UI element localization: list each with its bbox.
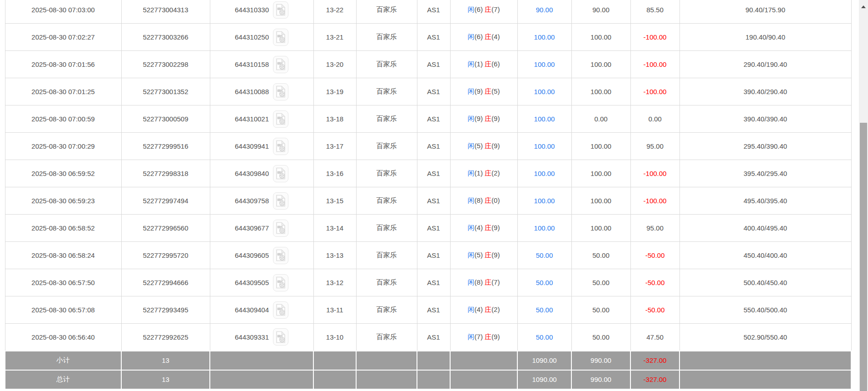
table-row: 2025-08-30 07:02:27522773003266644310250…	[5, 24, 851, 51]
cell-game-type: 百家乐	[356, 296, 417, 324]
video-playback-button[interactable]	[273, 301, 288, 319]
cell-win-loss: 0.00	[630, 105, 680, 133]
cell-game-result: 闲(1) 庄(2)	[450, 160, 517, 187]
bet-amount-link[interactable]: 100.00	[534, 33, 555, 41]
banker-result-label: 庄	[485, 60, 491, 68]
video-playback-button[interactable]	[273, 1, 288, 19]
video-playback-button[interactable]	[273, 29, 288, 46]
cell-valid-amount: 100.00	[571, 215, 630, 242]
cell-win-loss: -100.00	[630, 78, 680, 105]
bet-amount-link[interactable]: 100.00	[534, 115, 555, 123]
bet-amount-link[interactable]: 100.00	[534, 170, 555, 177]
scroll-up-arrow-icon	[861, 5, 866, 8]
bet-records-table-wrap: 2025-08-30 07:03:00522773004313644310330…	[5, 0, 851, 390]
player-result-label: 闲	[468, 142, 475, 150]
bet-amount-link[interactable]: 100.00	[534, 142, 555, 150]
cell-round-number: 644309505	[210, 269, 313, 296]
total-row-valid-total: 990.00	[571, 370, 630, 389]
video-playback-button[interactable]	[273, 220, 288, 237]
bet-amount-link[interactable]: 100.00	[534, 60, 555, 68]
table-row: 2025-08-30 06:57:08522772993495644309404…	[5, 296, 851, 324]
bet-amount-link[interactable]: 50.00	[536, 333, 553, 341]
video-playback-button[interactable]	[273, 165, 288, 182]
bet-amount-link[interactable]: 100.00	[534, 197, 555, 205]
player-result-label: 闲	[468, 5, 475, 13]
player-result-label: 闲	[468, 306, 475, 313]
cell-bet-time: 2025-08-30 06:58:24	[5, 242, 121, 269]
cell-bet-amount: 50.00	[517, 269, 571, 296]
cell-table-code: AS1	[417, 324, 450, 351]
player-result-label: 闲	[468, 60, 475, 68]
table-row: 2025-08-30 06:56:40522772992625644309331…	[5, 324, 851, 351]
cell-shoe-round: 13-13	[313, 242, 356, 269]
cell-valid-amount: 100.00	[571, 51, 630, 78]
bet-amount-link[interactable]: 50.00	[536, 306, 553, 314]
video-playback-icon	[276, 58, 286, 70]
cell-game-result: 闲(9) 庄(5)	[450, 78, 517, 105]
cell-table-code: AS1	[417, 133, 450, 160]
video-playback-icon	[276, 304, 286, 316]
vertical-scrollbar[interactable]	[859, 0, 868, 391]
bet-amount-link[interactable]: 50.00	[536, 279, 553, 286]
cell-game-result: 闲(5) 庄(9)	[450, 133, 517, 160]
cell-valid-amount: 100.00	[571, 24, 630, 51]
cell-game-result: 闲(7) 庄(9)	[450, 324, 517, 351]
banker-result-label: 庄	[485, 115, 491, 122]
table-row: 2025-08-30 07:01:56522773002298644310158…	[5, 51, 851, 78]
table-row: 2025-08-30 06:58:24522772995720644309605…	[5, 242, 851, 269]
cell-bet-amount: 50.00	[517, 296, 571, 324]
banker-result-label: 庄	[485, 142, 491, 150]
cell-balance: 400.40/495.40	[680, 215, 851, 242]
bet-amount-link[interactable]: 100.00	[534, 224, 555, 232]
cell-round-number: 644309941	[210, 133, 313, 160]
cell-balance: 295.40/390.40	[680, 133, 851, 160]
banker-result-label: 庄	[485, 224, 491, 231]
cell-bet-amount: 100.00	[517, 51, 571, 78]
cell-win-loss: 85.50	[630, 0, 680, 24]
banker-result-label: 庄	[485, 33, 491, 40]
round-number-text: 644309404	[235, 306, 269, 314]
video-playback-button[interactable]	[273, 192, 288, 210]
cell-game-result: 闲(6) 庄(7)	[450, 0, 517, 24]
video-playback-button[interactable]	[273, 138, 288, 155]
bet-amount-link[interactable]: 90.00	[536, 6, 553, 14]
video-playback-button[interactable]	[273, 110, 288, 128]
cell-shoe-round: 13-21	[313, 24, 356, 51]
cell-balance: 450.40/400.40	[680, 242, 851, 269]
round-number-text: 644309331	[235, 333, 269, 341]
total-row-count: 13	[121, 370, 210, 389]
banker-result-label: 庄	[485, 251, 491, 259]
cell-table-code: AS1	[417, 24, 450, 51]
cell-order-number: 522773003266	[121, 24, 210, 51]
cell-win-loss: 47.50	[630, 324, 680, 351]
bet-amount-link[interactable]: 50.00	[536, 251, 553, 259]
bet-amount-link[interactable]: 100.00	[534, 88, 555, 95]
cell-shoe-round: 13-10	[313, 324, 356, 351]
cell-valid-amount: 100.00	[571, 78, 630, 105]
cell-game-result: 闲(1) 庄(6)	[450, 51, 517, 78]
cell-bet-time: 2025-08-30 07:01:56	[5, 51, 121, 78]
table-row: 2025-08-30 07:00:29522772999516644309941…	[5, 133, 851, 160]
cell-table-code: AS1	[417, 51, 450, 78]
cell-game-type: 百家乐	[356, 78, 417, 105]
cell-order-number: 522772999516	[121, 133, 210, 160]
video-playback-icon	[276, 4, 286, 16]
video-playback-icon	[276, 140, 286, 152]
cell-shoe-round: 13-16	[313, 160, 356, 187]
video-playback-button[interactable]	[273, 247, 288, 264]
video-playback-button[interactable]	[273, 274, 288, 291]
cell-round-number: 644310021	[210, 105, 313, 133]
cell-valid-amount: 100.00	[571, 187, 630, 215]
cell-round-number: 644310330	[210, 0, 313, 24]
player-result-label: 闲	[468, 196, 475, 204]
cell-balance: 290.40/190.40	[680, 51, 851, 78]
scroll-up-button[interactable]	[859, 0, 868, 12]
round-number-text: 644310088	[235, 88, 269, 95]
scrollbar-thumb[interactable]	[860, 123, 867, 391]
video-playback-button[interactable]	[273, 56, 288, 73]
table-row: 2025-08-30 06:58:52522772996560644309677…	[5, 215, 851, 242]
video-playback-button[interactable]	[273, 328, 288, 346]
cell-bet-time: 2025-08-30 07:00:29	[5, 133, 121, 160]
video-playback-button[interactable]	[273, 83, 288, 100]
cell-table-code: AS1	[417, 78, 450, 105]
